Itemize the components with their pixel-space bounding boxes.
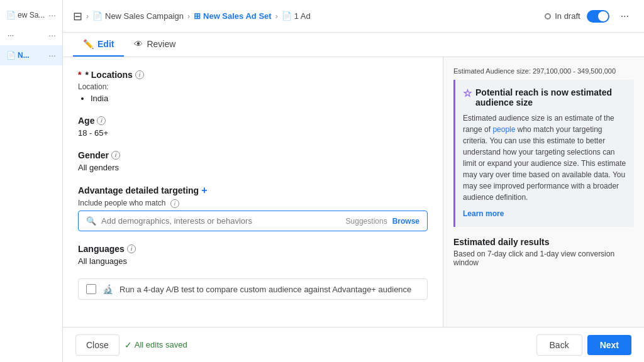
languages-info-icon[interactable]: i xyxy=(127,244,136,253)
advantage-plus: + xyxy=(201,185,207,196)
campaign-icon: 📄 xyxy=(92,11,103,21)
main-panel: ⊟ › 📄 New Sales Campaign › ⊞ New Sales A… xyxy=(63,0,644,362)
breadcrumb-ad[interactable]: 📄 1 Ad xyxy=(282,11,311,21)
breadcrumb-toggle[interactable]: ⊟ xyxy=(73,9,82,23)
gender-text: Gender xyxy=(78,150,109,160)
adset-label: New Sales Ad Set xyxy=(203,11,272,21)
edit-tabs: ✏️ Edit 👁 Review xyxy=(63,33,644,57)
back-button[interactable]: Back xyxy=(536,334,582,356)
languages-label: Languages i xyxy=(78,244,428,254)
gender-value: All genders xyxy=(78,163,428,172)
languages-section: Languages i All languages xyxy=(78,244,428,266)
learn-more-link[interactable]: Learn more xyxy=(463,208,626,219)
edit-icon: ✏️ xyxy=(83,39,94,49)
ab-checkbox[interactable] xyxy=(86,284,96,294)
include-text: Include people who match xyxy=(78,199,165,207)
browse-link[interactable]: Browse xyxy=(392,217,419,226)
targeting-actions: Suggestions Browse xyxy=(346,217,419,226)
topnav-more-button[interactable]: ··· xyxy=(616,8,634,25)
status-text: In draft xyxy=(555,11,580,21)
daily-results-sub: Based on 7-day click and 1-day view conv… xyxy=(453,250,634,267)
locations-label: * * Locations i xyxy=(78,70,428,80)
status-badge: In draft xyxy=(545,11,580,21)
ab-test-row[interactable]: 🔬 Run a 4-day A/B test to compare custom… xyxy=(78,278,428,300)
locations-info-icon[interactable]: i xyxy=(135,70,144,79)
campaign-label: New Sales Campaign xyxy=(105,11,184,21)
include-label: Include people who match i xyxy=(78,199,428,208)
daily-results-box: Estimated daily results Based on 7-day c… xyxy=(453,237,634,267)
gender-info-icon[interactable]: i xyxy=(111,151,120,160)
close-button[interactable]: Close xyxy=(75,334,119,356)
age-value: 18 - 65+ xyxy=(78,128,428,138)
location-item-india: India xyxy=(91,94,428,103)
targeting-input-wrapper[interactable]: 🔍 Suggestions Browse xyxy=(78,211,428,231)
advantage-text: Advantage detailed targeting xyxy=(78,185,199,195)
page-icon-1: 📄 xyxy=(6,11,15,19)
tab-edit[interactable]: ✏️ Edit xyxy=(73,33,124,57)
suggestions-text: Suggestions xyxy=(346,217,387,226)
gender-label: Gender i xyxy=(78,150,428,160)
form-panel: * * Locations i Location: India Age i xyxy=(63,57,443,327)
targeting-input[interactable] xyxy=(101,216,341,226)
sidebar-item-2[interactable]: ··· ··· xyxy=(0,25,62,45)
search-icon: 🔍 xyxy=(86,216,96,226)
tab-review[interactable]: 👁 Review xyxy=(124,33,186,57)
age-label: Age i xyxy=(78,116,428,126)
page-icon-3: 📄 xyxy=(6,51,15,60)
info-box-title: ☆ Potential reach is now estimated audie… xyxy=(463,87,626,107)
tab-edit-label: Edit xyxy=(97,39,114,49)
breadcrumb-campaign[interactable]: 📄 New Sales Campaign xyxy=(92,11,184,21)
breadcrumb-adset[interactable]: ⊞ New Sales Ad Set xyxy=(194,11,272,21)
languages-text: Languages xyxy=(78,244,125,254)
advantage-label: Advantage detailed targeting + xyxy=(78,185,428,196)
sidebar-dots-2[interactable]: ··· xyxy=(48,30,56,40)
info-box: ☆ Potential reach is now estimated audie… xyxy=(453,80,634,227)
topnav: ⊟ › 📄 New Sales Campaign › ⊞ New Sales A… xyxy=(63,0,644,33)
info-box-body: Estimated audience size is an estimate o… xyxy=(463,112,626,219)
topnav-actions: In draft ··· xyxy=(545,8,634,25)
advantage-section: Advantage detailed targeting + Include p… xyxy=(78,185,428,231)
tab-review-label: Review xyxy=(147,39,175,49)
star-icon: ☆ xyxy=(463,87,472,99)
footer-left: Close ✓ All edits saved xyxy=(75,334,187,356)
ad-icon: 📄 xyxy=(282,11,292,21)
sidebar-dots-3[interactable]: ··· xyxy=(48,50,56,60)
age-info-icon[interactable]: i xyxy=(97,116,106,125)
gender-section: Gender i All genders xyxy=(78,150,428,172)
sidebar-dots-1[interactable]: ··· xyxy=(48,10,56,20)
sidebar-label-1: ew Sa... xyxy=(18,11,45,19)
saved-label: All edits saved xyxy=(135,340,187,349)
saved-status: ✓ All edits saved xyxy=(125,340,187,350)
info-title-text: Potential reach is now estimated audienc… xyxy=(475,87,626,107)
sidebar-item-1[interactable]: 📄 ew Sa... ··· xyxy=(0,5,62,25)
sidebar: 📄 ew Sa... ··· ··· ··· 📄 N... ··· xyxy=(0,0,63,362)
page-icon-2: ··· xyxy=(6,31,15,40)
age-section: Age i 18 - 65+ xyxy=(78,116,428,138)
include-info-icon[interactable]: i xyxy=(170,199,179,208)
footer-right: Back Next xyxy=(536,334,631,356)
draft-circle xyxy=(545,13,551,19)
info-highlight: people xyxy=(492,125,515,134)
breadcrumb: ⊟ › 📄 New Sales Campaign › ⊞ New Sales A… xyxy=(73,9,545,23)
age-text: Age xyxy=(78,116,94,126)
location-list: India xyxy=(78,94,428,103)
locations-required: * xyxy=(78,70,81,80)
right-panel: Estimated Audience size: 297,100,000 - 3… xyxy=(443,57,644,327)
sidebar-label-3: N... xyxy=(18,51,30,60)
adset-icon: ⊞ xyxy=(194,11,201,21)
ab-label: Run a 4-day A/B test to compare custom a… xyxy=(119,285,411,294)
locations-text: * Locations xyxy=(85,70,132,80)
info-body-2: who match your targeting criteria. You c… xyxy=(463,125,626,202)
toggle-sidebar-icon: ⊟ xyxy=(73,9,82,23)
daily-results-title: Estimated daily results xyxy=(453,237,634,247)
next-button[interactable]: Next xyxy=(587,335,631,355)
toggle-switch[interactable] xyxy=(587,10,609,23)
location-sublabel: Location: xyxy=(78,82,428,91)
ad-label: 1 Ad xyxy=(294,11,311,21)
sidebar-item-3[interactable]: 📄 N... ··· xyxy=(0,45,62,65)
content-area: * * Locations i Location: India Age i xyxy=(63,57,644,327)
ab-icon: 🔬 xyxy=(103,284,113,294)
languages-value: All languages xyxy=(78,256,428,266)
check-icon: ✓ xyxy=(125,340,132,350)
footer-bar: Close ✓ All edits saved Back Next xyxy=(63,327,644,362)
